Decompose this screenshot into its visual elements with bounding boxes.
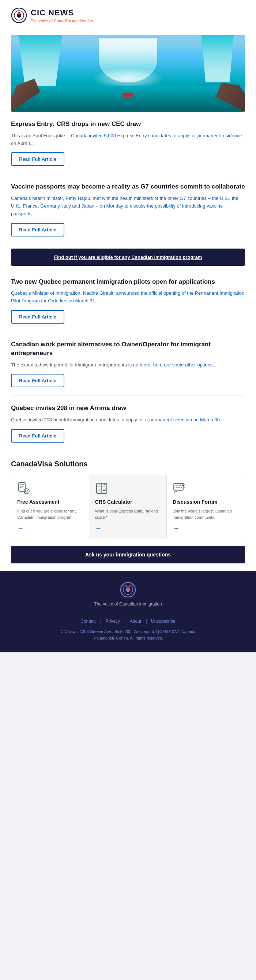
crs-calculator-name: CRS Calculator (95, 499, 161, 505)
article-2-title: Vaccine passports may become a reality a… (11, 182, 245, 191)
articles-area: Express Entry: CRS drops in new CEC draw… (0, 111, 256, 451)
article-4-link[interactable]: no more, here are some other options (133, 362, 213, 368)
article-5-title: Quebec invites 208 in new Arrima draw (11, 404, 245, 412)
footer-link-about[interactable]: About (130, 619, 141, 624)
article-4: Canadian work permit alternatives to Own… (11, 332, 245, 396)
discussion-forum-desc: Join the world's largest Canadian immigr… (172, 508, 239, 520)
free-assessment-desc: Find out if you are eligible for any Can… (17, 508, 83, 520)
logo-area: CIC NEWS The voice of Canadian immigrati… (11, 7, 245, 24)
read-full-article-5-button[interactable]: Read Full Article (11, 429, 64, 442)
footer-address-line1: CICNews, 1303 Greene Ave., Suite 200, We… (7, 628, 249, 635)
solutions-title: CanadaVisa Solutions (11, 460, 245, 468)
article-1-excerpt: This is no April Fools joke— Canada invi… (11, 132, 245, 148)
crs-calculator-arrow[interactable]: → (95, 525, 161, 532)
footer-link-privacy[interactable]: Privacy (106, 619, 120, 624)
cta-banner[interactable]: Find out if you are eligible for any Can… (11, 248, 245, 266)
solutions-section: CanadaVisa Solutions Free Assessment Fin… (0, 451, 256, 571)
svg-rect-15 (174, 484, 183, 490)
footer-logo-icon (120, 582, 136, 598)
niagara-falls-image (11, 35, 245, 111)
footer-logo-area: The voice of Canadian immigration (7, 582, 249, 612)
logo-icon (11, 7, 27, 24)
solution-card-free-assessment[interactable]: Free Assessment Find out if you are elig… (11, 475, 89, 539)
article-5-link[interactable]: permanent selection on March 30 (149, 417, 220, 422)
footer: The voice of Canadian immigration Contac… (0, 571, 256, 652)
svg-text:−: − (103, 482, 106, 487)
article-1-title: Express Entry: CRS drops in new CEC draw (11, 120, 245, 129)
free-assessment-arrow[interactable]: → (17, 525, 83, 532)
article-3-title: Two new Quebec permanent immigration pil… (11, 277, 245, 286)
crs-calculator-icon: + − × (95, 482, 161, 495)
article-2-excerpt: Canada's health minister, Patty Hajdu, m… (11, 195, 245, 218)
article-4-excerpt: The expedited work permit for immigrant … (11, 361, 245, 369)
hero-image-wrapper (0, 29, 256, 111)
footer-address: CICNews, 1303 Greene Ave., Suite 200, We… (7, 628, 249, 641)
footer-link-contact[interactable]: Contact (81, 619, 95, 624)
article-2: Vaccine passports may become a reality a… (11, 174, 245, 245)
crs-calculator-desc: What is your Express Entry ranking score… (95, 508, 161, 520)
free-assessment-icon (17, 482, 83, 495)
discussion-forum-name: Discussion Forum (172, 499, 239, 505)
article-5-excerpt: Quebec invited 208 hopeful immigration c… (11, 416, 245, 424)
article-2-link[interactable]: Canada's health minister, Patty Hajdu, m… (11, 196, 239, 216)
read-full-article-3-button[interactable]: Read Full Article (11, 310, 64, 324)
read-full-article-2-button[interactable]: Read Full Article (11, 223, 64, 237)
article-5: Quebec invites 208 in new Arrima draw Qu… (11, 396, 245, 451)
free-assessment-name: Free Assessment (17, 499, 83, 505)
solution-card-discussion-forum[interactable]: Discussion Forum Join the world's larges… (167, 475, 245, 539)
footer-links: Contact | Privacy | About | Unsubscribe (7, 617, 249, 624)
article-3: Two new Quebec permanent immigration pil… (11, 269, 245, 332)
read-full-article-1-button[interactable]: Read Full Article (11, 152, 64, 166)
article-1: Express Entry: CRS drops in new CEC draw… (11, 111, 245, 174)
footer-address-line2: © Campbell, Cohen. All rights reserved. (7, 635, 249, 642)
article-3-link[interactable]: Quebec's Minister of Immigration, Nadine… (11, 290, 244, 304)
discussion-forum-icon (172, 482, 239, 495)
hero-image (11, 35, 245, 111)
article-1-link[interactable]: Canada invited 5,000 Express Entry candi… (71, 133, 242, 138)
ask-immigration-button[interactable]: Ask us your immigration questions (11, 546, 245, 563)
svg-text:×: × (98, 488, 100, 492)
read-full-article-4-button[interactable]: Read Full Article (11, 374, 64, 387)
footer-tagline: The voice of Canadian immigration (94, 601, 162, 606)
svg-rect-3 (19, 14, 19, 16)
footer-link-unsubscribe[interactable]: Unsubscribe (151, 619, 175, 624)
header-tagline: The voice of Canadian immigration (31, 19, 93, 23)
svg-rect-22 (128, 589, 128, 590)
solutions-grid: Free Assessment Find out if you are elig… (11, 475, 245, 539)
header: CIC NEWS The voice of Canadian immigrati… (0, 0, 256, 29)
logo-text: CIC NEWS (31, 8, 93, 18)
svg-text:+: + (98, 483, 100, 487)
article-4-title: Canadian work permit alternatives to Own… (11, 340, 245, 358)
discussion-forum-arrow[interactable]: → (172, 525, 239, 532)
article-3-excerpt: Quebec's Minister of Immigration, Nadine… (11, 290, 245, 305)
solution-card-crs-calculator[interactable]: + − × CRS Calculator What is your Expres… (89, 475, 167, 539)
